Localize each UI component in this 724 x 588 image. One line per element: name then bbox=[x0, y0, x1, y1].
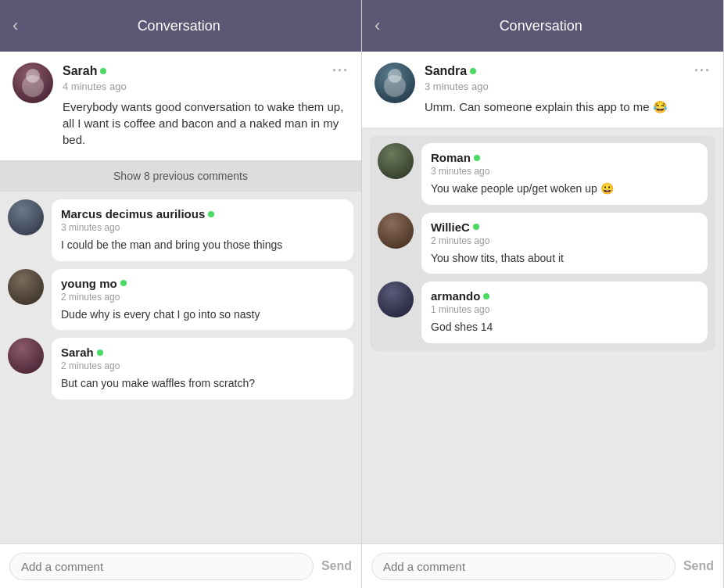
right-comment-0: Roman 3 minutes ago You wake people up/g… bbox=[378, 143, 708, 205]
left-comment-input[interactable] bbox=[9, 553, 314, 580]
right-post: Sandra ··· 3 minutes ago Umm. Can someon… bbox=[362, 52, 723, 127]
left-show-previous[interactable]: Show 8 previous comments bbox=[0, 160, 361, 192]
right-comment-2-avatar bbox=[378, 281, 414, 317]
right-header-title: Conversation bbox=[389, 18, 692, 34]
left-comment-0-text: I could be the man and bring you those t… bbox=[61, 238, 344, 253]
right-post-content: Sandra ··· 3 minutes ago Umm. Can someon… bbox=[425, 63, 711, 115]
right-send-button[interactable]: Send bbox=[683, 559, 714, 573]
left-comment-0-dot bbox=[208, 211, 214, 217]
right-comment-2-time: 1 minutes ago bbox=[431, 304, 698, 315]
right-post-timestamp: 3 minutes ago bbox=[425, 81, 711, 92]
left-comment-0-time: 3 minutes ago bbox=[61, 222, 344, 233]
left-comments-area: Marcus decimus aurilious 3 minutes ago I… bbox=[0, 192, 361, 543]
left-comment-2-dot bbox=[97, 350, 103, 356]
left-header-title: Conversation bbox=[27, 18, 330, 34]
right-comment-1-name-row: WillieC bbox=[431, 220, 698, 234]
right-comment-1-text: You show tits, thats about it bbox=[431, 251, 698, 267]
left-comment-2-time: 2 minutes ago bbox=[61, 360, 344, 371]
right-header: ‹ Conversation bbox=[362, 0, 723, 52]
left-comment-2-text: But can you make waffles from scratch? bbox=[61, 376, 344, 392]
right-comment-1: WillieC 2 minutes ago You show tits, tha… bbox=[378, 213, 708, 274]
right-comment-0-dot bbox=[474, 155, 480, 161]
left-comment-0-name-row: Marcus decimus aurilious bbox=[61, 207, 344, 220]
left-comment-1-bubble: young mo 2 minutes ago Dude why is every… bbox=[52, 269, 353, 331]
left-comment-2-username: Sarah bbox=[61, 346, 94, 359]
right-post-more-button[interactable]: ··· bbox=[694, 63, 711, 79]
right-post-text: Umm. Can someone explain this app to me … bbox=[425, 99, 711, 115]
right-comment-2-text: God shes 14 bbox=[431, 320, 698, 335]
left-post-timestamp: 4 minutes ago bbox=[63, 81, 349, 92]
right-comment-1-avatar bbox=[378, 213, 414, 249]
left-post: Sarah ··· 4 minutes ago Everybody wants … bbox=[0, 52, 361, 160]
left-comment-2-name-row: Sarah bbox=[61, 346, 344, 359]
right-post-avatar bbox=[375, 63, 415, 103]
right-comment-2: armando 1 minutes ago God shes 14 bbox=[378, 281, 708, 343]
right-post-name-row: Sandra bbox=[425, 64, 476, 78]
right-post-meta: Sandra ··· bbox=[425, 63, 711, 79]
left-post-name-row: Sarah bbox=[63, 64, 106, 78]
right-comments-box: Roman 3 minutes ago You wake people up/g… bbox=[370, 135, 715, 351]
left-comment-0-avatar bbox=[8, 199, 44, 235]
right-comment-2-username: armando bbox=[431, 289, 480, 303]
right-panel: ‹ Conversation Sandra ··· 3 minutes ago … bbox=[362, 0, 724, 588]
right-input-bar: Send bbox=[362, 543, 723, 588]
right-comment-0-bubble: Roman 3 minutes ago You wake people up/g… bbox=[421, 143, 708, 205]
right-post-online-dot bbox=[470, 68, 476, 74]
left-comment-1: young mo 2 minutes ago Dude why is every… bbox=[8, 269, 353, 331]
left-comment-1-dot bbox=[120, 280, 127, 286]
left-comment-2-avatar bbox=[8, 338, 44, 374]
left-comment-1-text: Dude why is every chat I go into so nast… bbox=[61, 307, 344, 323]
left-back-button[interactable]: ‹ bbox=[13, 16, 18, 36]
right-comment-0-name-row: Roman bbox=[431, 151, 698, 164]
left-panel: ‹ Conversation Sarah ··· 4 minutes ago E… bbox=[0, 0, 362, 588]
left-comment-1-avatar bbox=[8, 269, 44, 305]
left-post-meta: Sarah ··· bbox=[63, 63, 349, 79]
right-comment-1-time: 2 minutes ago bbox=[431, 235, 698, 246]
right-comment-0-avatar bbox=[378, 143, 414, 179]
left-comment-1-time: 2 minutes ago bbox=[61, 292, 344, 303]
left-post-content: Sarah ··· 4 minutes ago Everybody wants … bbox=[63, 63, 349, 148]
right-comment-2-name-row: armando bbox=[431, 289, 698, 303]
left-input-bar: Send bbox=[0, 543, 361, 588]
right-comment-1-username: WillieC bbox=[431, 220, 470, 234]
right-comments-area: Roman 3 minutes ago You wake people up/g… bbox=[362, 127, 723, 543]
left-post-avatar bbox=[13, 63, 53, 103]
left-comment-2-bubble: Sarah 2 minutes ago But can you make waf… bbox=[52, 338, 353, 400]
left-post-more-button[interactable]: ··· bbox=[332, 63, 349, 79]
left-comment-0-bubble: Marcus decimus aurilious 3 minutes ago I… bbox=[52, 199, 353, 261]
right-comment-0-time: 3 minutes ago bbox=[431, 166, 698, 177]
right-back-button[interactable]: ‹ bbox=[375, 16, 380, 36]
left-comment-0-username: Marcus decimus aurilious bbox=[61, 207, 205, 220]
right-comment-0-username: Roman bbox=[431, 151, 471, 164]
right-comment-1-dot bbox=[473, 224, 479, 230]
left-post-online-dot bbox=[100, 68, 106, 74]
left-send-button[interactable]: Send bbox=[321, 559, 352, 573]
left-comment-2: Sarah 2 minutes ago But can you make waf… bbox=[8, 338, 353, 400]
left-header: ‹ Conversation bbox=[0, 0, 361, 52]
right-comment-2-bubble: armando 1 minutes ago God shes 14 bbox=[421, 281, 708, 343]
left-post-text: Everybody wants good conversation to wak… bbox=[63, 99, 349, 148]
right-comment-1-bubble: WillieC 2 minutes ago You show tits, tha… bbox=[421, 213, 708, 274]
left-comment-1-username: young mo bbox=[61, 277, 117, 290]
left-comment-1-name-row: young mo bbox=[61, 277, 344, 290]
right-comment-input[interactable] bbox=[371, 553, 676, 580]
right-post-username: Sandra bbox=[425, 64, 467, 78]
left-comment-0: Marcus decimus aurilious 3 minutes ago I… bbox=[8, 199, 353, 261]
right-comment-2-dot bbox=[483, 293, 489, 299]
left-post-username: Sarah bbox=[63, 64, 97, 78]
right-comment-0-text: You wake people up/get woken up 😀 bbox=[431, 181, 698, 197]
